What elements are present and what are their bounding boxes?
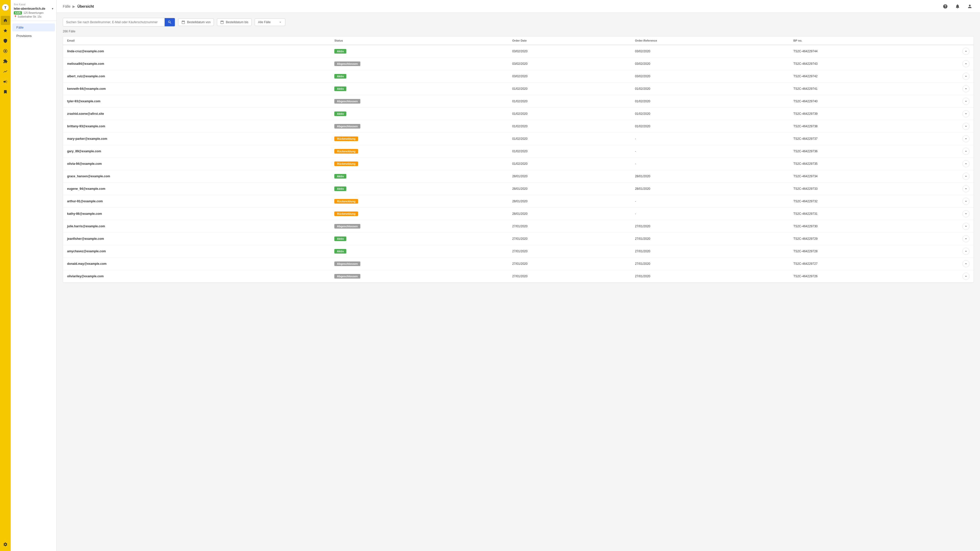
cell-expand [958,158,974,170]
nav-item-provisions[interactable]: Provisions [12,32,55,40]
col-bp-no: BP no. [789,37,958,45]
cell-order-date: 03/02/2020 [508,45,631,58]
cell-email: olivia-94@example.com [63,158,330,170]
expand-button[interactable] [963,198,969,205]
cell-status: Aktiv [330,83,508,95]
cell-expand [958,233,974,245]
table-row: jeanfisher@example.com Aktiv 27/01/2020 … [63,233,974,245]
cell-email: zrashid.ozerw@afirst.site [63,108,330,120]
cell-order-ref: - [631,208,789,220]
filter-bar: Bestelldatum von Bestelldatum bis Alle F… [63,18,974,27]
chart-nav-icon[interactable] [1,67,10,76]
cell-order-ref: - [631,145,789,158]
expand-button[interactable] [963,160,969,167]
cell-bp-no: TS2C-464229739 [789,108,958,120]
search-icon [168,20,172,24]
expand-button[interactable] [963,210,969,218]
search-input[interactable] [63,18,165,26]
megaphone-nav-icon[interactable] [1,77,10,86]
status-badge: Aktiv [334,74,346,79]
home-nav-icon[interactable] [1,16,10,25]
expand-button[interactable] [963,98,969,105]
chevron-down-icon [964,187,968,191]
status-badge: Aktiv [334,249,346,254]
cell-status: Abgeschlossen [330,95,508,108]
table-container: Email Status Order Date Order-Reference … [63,36,974,283]
expand-button[interactable] [963,73,969,80]
cell-order-ref: 27/01/2020 [631,258,789,270]
expand-button[interactable] [963,60,969,67]
shield-nav-icon[interactable] [1,36,10,45]
cell-order-date: 01/02/2020 [508,108,631,120]
expand-button[interactable] [963,273,969,280]
date-to-label: Bestelldatum bis [226,21,248,24]
star-nav-icon[interactable] [1,26,10,35]
table-row: kathy-86@example.com Rückmeldung 28/01/2… [63,208,974,220]
col-expand [958,37,974,45]
status-badge: Abgeschlossen [334,99,360,103]
expand-button[interactable] [963,85,969,92]
chevron-down-icon [964,262,968,266]
dropdown-chevron-icon [278,21,282,24]
account-button[interactable] [966,2,974,11]
table-row: oliviariley@example.com Abgeschlossen 27… [63,270,974,283]
status-badge: Aktiv [334,49,346,54]
expand-button[interactable] [963,48,969,55]
cell-email: linda-cruz@example.com [63,45,330,58]
search-button[interactable] [165,18,175,26]
cell-bp-no: TS2C-464229737 [789,133,958,145]
rating-badge: 4.6/5 [14,11,22,14]
top-header: Fälle ▶ Übersicht [57,0,980,13]
cell-expand [958,183,974,195]
expand-button[interactable] [963,260,969,267]
cell-order-ref: - [631,158,789,170]
notifications-button[interactable] [953,2,962,11]
col-order-date: Order Date [508,37,631,45]
chevron-down-icon [964,162,968,166]
table-row: amychavez@example.com Aktiv 27/01/2020 2… [63,245,974,258]
date-from-filter[interactable]: Bestelldatum von [178,18,214,26]
svg-text:T: T [4,6,6,10]
circle-nav-icon[interactable] [1,46,10,56]
cell-order-ref: 28/01/2020 [631,170,789,183]
expand-button[interactable] [963,185,969,192]
cell-email: jeanfisher@example.com [63,233,330,245]
cell-order-date: 27/01/2020 [508,258,631,270]
cell-expand [958,170,974,183]
chevron-down-icon [964,87,968,91]
cell-status: Abgeschlossen [330,270,508,283]
channel-chevron-icon[interactable]: ▾ [52,7,53,11]
expand-button[interactable] [963,135,969,142]
status-dropdown[interactable]: Alle Fälle [255,18,285,26]
expand-button[interactable] [963,123,969,130]
expand-button[interactable] [963,235,969,242]
cell-status: Aktiv [330,245,508,258]
cell-email: julie.harris@example.com [63,220,330,233]
expand-button[interactable] [963,223,969,230]
nav-items: Fälle Provisions [11,21,56,42]
nav-item-faelle[interactable]: Fälle [12,24,55,32]
expand-button[interactable] [963,148,969,155]
bell-icon [955,4,960,9]
chevron-down-icon [964,74,968,78]
cell-bp-no: TS2C-464229742 [789,70,958,83]
expand-button[interactable] [963,173,969,180]
cell-status: Abgeschlossen [330,220,508,233]
date-to-filter[interactable]: Bestelldatum bis [217,18,251,26]
table-row: mary-parker@example.com Rückmeldung 01/0… [63,133,974,145]
cell-status: Aktiv [330,233,508,245]
settings-nav-icon[interactable] [1,540,10,549]
cell-email: albert_ruiz@example.com [63,70,330,83]
cell-order-ref: - [631,195,789,208]
cell-order-date: 27/01/2020 [508,245,631,258]
scale-nav-icon[interactable] [1,87,10,97]
expand-button[interactable] [963,110,969,118]
cell-bp-no: TS2C-464229731 [789,208,958,220]
cases-table: Email Status Order Date Order-Reference … [63,37,974,283]
help-button[interactable] [941,2,950,11]
cell-email: amychavez@example.com [63,245,330,258]
puzzle-nav-icon[interactable] [1,57,10,66]
chevron-down-icon [964,274,968,278]
expand-button[interactable] [963,248,969,255]
logo-area[interactable]: T [0,2,11,13]
